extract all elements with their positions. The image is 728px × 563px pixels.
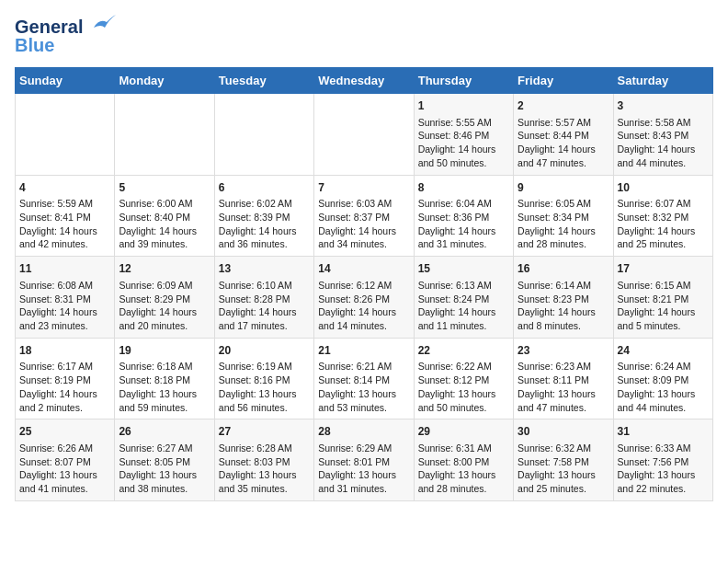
day-info-line: Sunset: 8:05 PM	[119, 455, 210, 469]
page-header: General Blue	[15, 15, 713, 56]
day-info-line: Sunset: 8:28 PM	[219, 293, 310, 306]
day-info-line: Daylight: 14 hours and 31 minutes.	[418, 224, 509, 251]
calendar-cell: 22Sunrise: 6:22 AMSunset: 8:12 PMDayligh…	[414, 338, 513, 419]
day-info-line: Daylight: 14 hours and 50 minutes.	[418, 143, 509, 169]
day-info-line: Sunrise: 6:13 AM	[418, 279, 509, 293]
day-info-line: Daylight: 13 hours and 28 minutes.	[418, 468, 509, 495]
calendar-cell: 28Sunrise: 6:29 AMSunset: 8:01 PMDayligh…	[314, 419, 414, 501]
day-info-line: Daylight: 14 hours and 17 minutes.	[219, 305, 310, 332]
day-info-line: Daylight: 14 hours and 47 minutes.	[518, 143, 609, 169]
calendar-cell: 30Sunrise: 6:32 AMSunset: 7:58 PMDayligh…	[514, 419, 613, 501]
day-number: 29	[418, 424, 509, 440]
day-info-line: Daylight: 13 hours and 50 minutes.	[418, 387, 509, 414]
calendar-week-row: 18Sunrise: 6:17 AMSunset: 8:19 PMDayligh…	[16, 338, 713, 419]
day-number: 22	[418, 343, 509, 359]
day-info-line: Sunrise: 6:22 AM	[418, 360, 509, 373]
day-number: 5	[119, 180, 210, 196]
logo-blue: Blue	[15, 35, 54, 56]
calendar-cell: 27Sunrise: 6:28 AMSunset: 8:03 PMDayligh…	[214, 419, 313, 501]
calendar-cell: 12Sunrise: 6:09 AMSunset: 8:29 PMDayligh…	[115, 257, 214, 339]
day-header-wednesday: Wednesday	[314, 68, 414, 94]
day-info-line: Sunrise: 6:02 AM	[219, 197, 310, 211]
day-info-line: Sunrise: 6:18 AM	[119, 360, 210, 373]
day-info-line: Sunset: 8:29 PM	[119, 293, 210, 306]
calendar-cell: 8Sunrise: 6:04 AMSunset: 8:36 PMDaylight…	[414, 175, 513, 257]
day-info-line: Sunrise: 6:29 AM	[318, 442, 409, 455]
day-info-line: Sunset: 7:58 PM	[518, 455, 609, 469]
day-info-line: Daylight: 14 hours and 39 minutes.	[119, 224, 210, 251]
day-info-line: Daylight: 14 hours and 5 minutes.	[618, 305, 709, 332]
day-info-line: Sunrise: 6:21 AM	[318, 360, 409, 373]
day-info-line: Sunset: 8:46 PM	[418, 129, 509, 143]
logo-general: General	[15, 17, 83, 37]
calendar-cell: 10Sunrise: 6:07 AMSunset: 8:32 PMDayligh…	[613, 175, 712, 257]
day-info-line: Daylight: 14 hours and 42 minutes.	[19, 224, 110, 251]
calendar-cell	[115, 94, 214, 176]
calendar-cell: 21Sunrise: 6:21 AMSunset: 8:14 PMDayligh…	[314, 338, 414, 419]
day-info-line: Sunset: 7:56 PM	[618, 455, 709, 469]
day-info-line: Sunrise: 6:28 AM	[219, 442, 310, 455]
day-number: 25	[19, 424, 110, 440]
day-info-line: Sunrise: 5:55 AM	[418, 116, 509, 130]
day-info-line: Sunrise: 6:31 AM	[418, 442, 509, 455]
day-header-tuesday: Tuesday	[214, 68, 313, 94]
day-info-line: Sunset: 8:14 PM	[318, 373, 409, 387]
calendar-cell	[214, 94, 313, 176]
calendar-cell: 7Sunrise: 6:03 AMSunset: 8:37 PMDaylight…	[314, 175, 414, 257]
day-info-line: Sunset: 8:09 PM	[618, 373, 709, 387]
day-info-line: Sunrise: 6:04 AM	[418, 197, 509, 211]
day-info-line: Daylight: 13 hours and 56 minutes.	[219, 387, 310, 414]
day-info-line: Daylight: 13 hours and 41 minutes.	[19, 468, 110, 495]
day-info-line: Sunrise: 6:27 AM	[119, 442, 210, 455]
calendar-cell	[314, 94, 414, 176]
calendar-cell: 13Sunrise: 6:10 AMSunset: 8:28 PMDayligh…	[214, 257, 313, 339]
calendar-cell: 23Sunrise: 6:23 AMSunset: 8:11 PMDayligh…	[514, 338, 613, 419]
calendar-week-row: 1Sunrise: 5:55 AMSunset: 8:46 PMDaylight…	[16, 94, 713, 176]
day-number: 16	[518, 261, 609, 277]
day-number: 7	[318, 180, 409, 196]
day-info-line: Sunset: 8:43 PM	[618, 129, 709, 143]
day-info-line: Sunrise: 6:09 AM	[119, 279, 210, 293]
calendar-cell: 19Sunrise: 6:18 AMSunset: 8:18 PMDayligh…	[115, 338, 214, 419]
day-info-line: Daylight: 13 hours and 59 minutes.	[119, 387, 210, 414]
day-number: 19	[119, 343, 210, 359]
calendar-cell: 14Sunrise: 6:12 AMSunset: 8:26 PMDayligh…	[314, 257, 414, 339]
calendar-cell: 2Sunrise: 5:57 AMSunset: 8:44 PMDaylight…	[514, 94, 613, 176]
day-info-line: Sunset: 8:37 PM	[318, 211, 409, 224]
logo: General Blue	[15, 15, 116, 56]
day-info-line: Daylight: 14 hours and 34 minutes.	[318, 224, 409, 251]
day-number: 27	[219, 424, 310, 440]
day-info-line: Sunset: 8:12 PM	[418, 373, 509, 387]
day-info-line: Sunrise: 6:08 AM	[19, 279, 110, 293]
day-info-line: Daylight: 13 hours and 31 minutes.	[318, 468, 409, 495]
calendar-cell: 18Sunrise: 6:17 AMSunset: 8:19 PMDayligh…	[16, 338, 115, 419]
day-number: 9	[518, 180, 609, 196]
logo-bird-icon	[86, 15, 116, 35]
day-info-line: Sunset: 8:01 PM	[318, 455, 409, 469]
day-info-line: Sunset: 8:44 PM	[518, 129, 609, 143]
calendar-cell: 4Sunrise: 5:59 AMSunset: 8:41 PMDaylight…	[16, 175, 115, 257]
calendar-cell: 24Sunrise: 6:24 AMSunset: 8:09 PMDayligh…	[613, 338, 712, 419]
day-number: 11	[19, 261, 110, 277]
calendar-cell	[16, 94, 115, 176]
day-number: 6	[219, 180, 310, 196]
day-info-line: Sunrise: 6:26 AM	[19, 442, 110, 455]
calendar-cell: 11Sunrise: 6:08 AMSunset: 8:31 PMDayligh…	[16, 257, 115, 339]
day-header-sunday: Sunday	[16, 68, 115, 94]
day-number: 13	[219, 261, 310, 277]
day-info-line: Sunset: 8:07 PM	[19, 455, 110, 469]
day-number: 17	[618, 261, 709, 277]
day-info-line: Sunrise: 6:07 AM	[618, 197, 709, 211]
day-info-line: Sunset: 8:11 PM	[518, 373, 609, 387]
day-header-friday: Friday	[514, 68, 613, 94]
calendar-cell: 29Sunrise: 6:31 AMSunset: 8:00 PMDayligh…	[414, 419, 513, 501]
day-number: 2	[518, 98, 609, 114]
calendar-cell: 31Sunrise: 6:33 AMSunset: 7:56 PMDayligh…	[613, 419, 712, 501]
day-header-saturday: Saturday	[613, 68, 712, 94]
day-info-line: Sunrise: 6:05 AM	[518, 197, 609, 211]
day-info-line: Daylight: 14 hours and 20 minutes.	[119, 305, 210, 332]
day-number: 20	[219, 343, 310, 359]
calendar-cell: 26Sunrise: 6:27 AMSunset: 8:05 PMDayligh…	[115, 419, 214, 501]
day-header-monday: Monday	[115, 68, 214, 94]
day-info-line: Daylight: 14 hours and 8 minutes.	[518, 305, 609, 332]
